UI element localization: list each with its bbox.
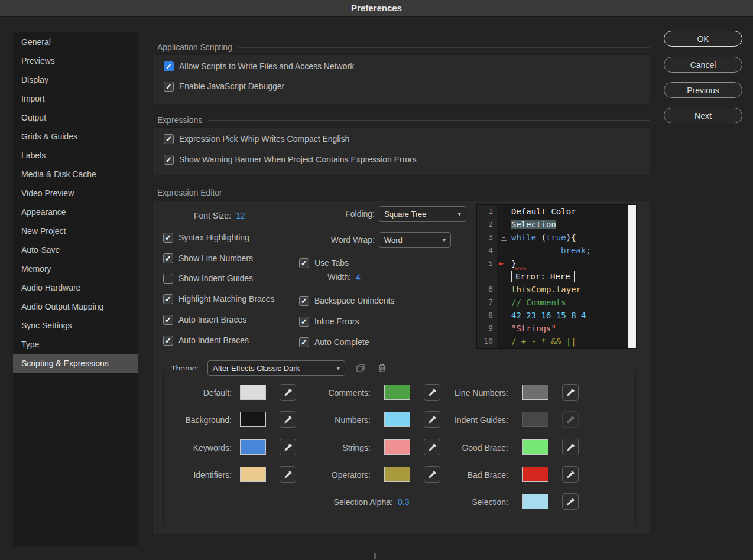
line-number: 6 bbox=[477, 283, 497, 296]
sidebar-item-appearance[interactable]: Appearance bbox=[13, 203, 138, 222]
default-color-label: Default: bbox=[164, 388, 232, 398]
good-brace-color-label: Good Brace: bbox=[371, 443, 508, 452]
checkbox-use-tabs[interactable]: Use Tabs bbox=[299, 256, 349, 269]
sidebar-item-audio-output-mapping[interactable]: Audio Output Mapping bbox=[13, 297, 138, 316]
checkbox-allow-scripts[interactable]: Allow Scripts to Write Files and Access … bbox=[164, 60, 354, 73]
ok-button[interactable]: OK bbox=[664, 31, 742, 47]
checkbox-box bbox=[163, 294, 173, 304]
window-title: Preferences bbox=[351, 3, 402, 13]
checkbox-enable-js-debugger[interactable]: Enable JavaScript Debugger bbox=[164, 80, 284, 93]
sidebar-item-import[interactable]: Import bbox=[13, 89, 138, 108]
sidebar-item-memory[interactable]: Memory bbox=[13, 259, 138, 278]
sidebar-item-media-disk-cache[interactable]: Media & Disk Cache bbox=[13, 165, 138, 184]
checkbox-box bbox=[163, 274, 173, 284]
good-brace-color-swatch[interactable] bbox=[522, 439, 548, 455]
sidebar-item-new-project[interactable]: New Project bbox=[13, 222, 138, 240]
bad-brace-color-label: Bad Brace: bbox=[371, 470, 508, 480]
next-button[interactable]: Next bbox=[664, 108, 742, 123]
previous-button[interactable]: Previous bbox=[664, 82, 742, 98]
good-brace-eyedropper-button[interactable] bbox=[562, 439, 579, 455]
font-size-value[interactable]: 12 bbox=[236, 211, 245, 220]
checkbox-warning-banner[interactable]: Show Warning Banner When Project Contain… bbox=[164, 153, 417, 166]
theme-dropdown[interactable]: After Effects Classic Dark ▾ bbox=[207, 360, 345, 376]
sidebar-item-labels[interactable]: Labels bbox=[13, 146, 138, 165]
duplicate-theme-button[interactable] bbox=[354, 362, 367, 375]
word-wrap-dropdown[interactable]: Word ▾ bbox=[379, 232, 451, 248]
sidebar-item-video-preview[interactable]: Video Preview bbox=[13, 184, 138, 203]
sidebar-item-display[interactable]: Display bbox=[13, 70, 138, 89]
line-number: 10 bbox=[477, 335, 497, 348]
code-comment: // Comments bbox=[511, 298, 566, 307]
sidebar-item-type[interactable]: Type bbox=[13, 335, 138, 354]
checkbox-pick-whip-compact-english[interactable]: Expression Pick Whip Writes Compact Engl… bbox=[164, 132, 349, 145]
code-string: "Strings" bbox=[511, 324, 556, 333]
bad-brace-color-swatch[interactable] bbox=[522, 467, 548, 482]
titlebar: Preferences bbox=[0, 0, 753, 17]
checkbox-label: Show Indent Guides bbox=[178, 274, 253, 283]
sidebar-item-general[interactable]: General bbox=[13, 32, 138, 51]
checkbox-show-indent-guides[interactable]: Show Indent Guides bbox=[163, 272, 253, 285]
line-numbers-eyedropper-button[interactable] bbox=[562, 384, 579, 401]
checkbox-backspace-unindents[interactable]: Backspace Unindents bbox=[299, 294, 394, 307]
sidebar-item-audio-hardware[interactable]: Audio Hardware bbox=[13, 278, 138, 297]
checkbox-label: Auto Complete bbox=[314, 337, 369, 347]
error-arrow-icon: ► bbox=[499, 257, 504, 270]
code-scrollbar[interactable] bbox=[628, 205, 636, 348]
expressions-header: Expressions bbox=[157, 115, 650, 125]
header-rule bbox=[228, 193, 650, 193]
checkbox-auto-indent-braces[interactable]: Auto Indent Braces bbox=[163, 334, 249, 347]
selection-eyedropper-button[interactable] bbox=[562, 493, 579, 510]
checkbox-syntax-highlighting[interactable]: Syntax Highlighting bbox=[163, 231, 249, 244]
indent-guides-eyedropper-button[interactable] bbox=[562, 411, 579, 428]
code-keyword: true bbox=[546, 233, 566, 242]
bottom-divider bbox=[0, 546, 753, 546]
checkbox-label: Show Warning Banner When Project Contain… bbox=[179, 155, 417, 164]
expression-editor-title: Expression Editor bbox=[157, 188, 222, 197]
theme-colors-box: Default: Comments: Line Numbers: Backgro… bbox=[163, 370, 636, 523]
checkbox-box bbox=[163, 253, 173, 263]
eyedropper-icon bbox=[566, 470, 575, 479]
sidebar-item-grids-guides[interactable]: Grids & Guides bbox=[13, 127, 138, 146]
fold-collapse-icon: − bbox=[501, 235, 507, 241]
checkbox-label: Auto Indent Braces bbox=[178, 336, 249, 345]
checkbox-auto-insert-braces[interactable]: Auto Insert Braces bbox=[163, 313, 246, 326]
application-scripting-header: Application Scripting bbox=[157, 43, 650, 52]
line-numbers-color-swatch[interactable] bbox=[522, 385, 548, 400]
strings-color-label: Strings: bbox=[258, 443, 371, 452]
inline-error-box: Error: Here bbox=[511, 271, 575, 282]
sidebar-item-scripting-expressions[interactable]: Scripting & Expressions bbox=[13, 354, 138, 373]
sidebar-item-auto-save[interactable]: Auto-Save bbox=[13, 240, 138, 259]
checkbox-box bbox=[299, 337, 309, 347]
checkbox-label: Use Tabs bbox=[314, 258, 349, 268]
checkbox-box bbox=[299, 317, 309, 327]
cancel-button[interactable]: Cancel bbox=[664, 57, 742, 73]
checkbox-label: Show Line Numbers bbox=[178, 253, 253, 263]
checkbox-inline-errors[interactable]: Inline Errors bbox=[299, 315, 359, 328]
folding-label: Folding: bbox=[259, 209, 375, 219]
eyedropper-icon bbox=[566, 388, 575, 397]
sidebar-item-output[interactable]: Output bbox=[13, 108, 138, 127]
expression-editor-header: Expression Editor bbox=[157, 188, 650, 197]
expression-editor-box: Font Size: 12 Folding: Square Tree ▾ Wor… bbox=[152, 201, 650, 535]
checkbox-show-line-numbers[interactable]: Show Line Numbers bbox=[163, 252, 253, 265]
line-number: 7 bbox=[477, 296, 497, 309]
identifiers-color-label: Identifiers: bbox=[164, 470, 232, 480]
expressions-box: Expression Pick Whip Writes Compact Engl… bbox=[152, 127, 650, 175]
resize-handle[interactable] bbox=[374, 553, 376, 559]
sidebar-item-previews[interactable]: Previews bbox=[13, 51, 138, 70]
code-punct: ){ bbox=[566, 233, 576, 242]
eyedropper-icon bbox=[566, 443, 575, 452]
checkbox-highlight-matching-braces[interactable]: Highlight Matching Braces bbox=[163, 292, 275, 305]
line-number: 4 bbox=[477, 244, 497, 257]
width-value[interactable]: 4 bbox=[356, 272, 361, 282]
folding-dropdown[interactable]: Square Tree ▾ bbox=[379, 206, 466, 222]
checkbox-label: Allow Scripts to Write Files and Access … bbox=[179, 61, 354, 71]
bad-brace-eyedropper-button[interactable] bbox=[562, 466, 579, 483]
selection-color-label: Selection: bbox=[371, 497, 508, 507]
delete-theme-button[interactable] bbox=[375, 362, 388, 375]
sidebar-item-sync-settings[interactable]: Sync Settings bbox=[13, 316, 138, 335]
indent-guides-color-swatch[interactable] bbox=[522, 412, 548, 427]
checkbox-auto-complete[interactable]: Auto Complete bbox=[299, 336, 369, 349]
code-keyword: break; bbox=[561, 246, 591, 255]
selection-color-swatch[interactable] bbox=[522, 494, 548, 509]
